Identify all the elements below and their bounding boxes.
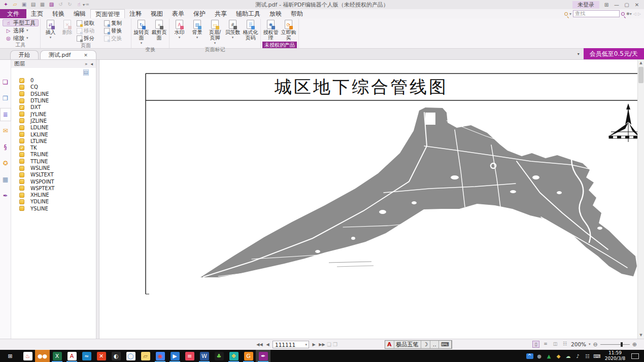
menu-item[interactable]: 保护	[189, 9, 210, 18]
menu-item[interactable]: 辅助工具	[231, 9, 265, 18]
membership-banner[interactable]: 会员低至0.5元/天	[584, 48, 644, 59]
continuous-facing-view-icon[interactable]: ☷	[561, 341, 568, 348]
window-button[interactable]: ▢	[622, 1, 632, 9]
ribbon-tool-item[interactable]: ◎ 缩放 ▾	[3, 34, 31, 42]
tray-icon[interactable]: ☁	[563, 353, 573, 359]
layer-row[interactable]: TRLINE	[11, 151, 96, 158]
taskbar-app-icon[interactable]: A	[64, 350, 79, 362]
continuous-view-icon[interactable]: ≡	[542, 341, 549, 348]
quick-access-icon[interactable]: ▱	[11, 1, 19, 8]
menu-item[interactable]: 帮助	[286, 9, 308, 18]
pin-panel-icon[interactable]: ◂	[90, 61, 93, 66]
ribbon-small-button[interactable]: 拆分	[77, 34, 102, 42]
find-previous-icon[interactable]: ◁	[633, 12, 636, 16]
ribbon-tool-item[interactable]: ☝ 手型工具 ▾	[3, 19, 39, 26]
find-next-icon[interactable]: ▷	[638, 12, 641, 16]
ribbon-button[interactable]: # 贝茨数 ▾	[224, 19, 241, 41]
facing-view-icon[interactable]: ◫	[552, 341, 559, 348]
zoom-dropdown-caret[interactable]: ▾	[589, 342, 591, 346]
layer-visibility-checkbox[interactable]	[19, 85, 24, 90]
window-button[interactable]: —	[612, 1, 622, 9]
ribbon-button[interactable]: ▭ 页眉/页脚 ▾	[207, 19, 223, 46]
previous-page-button[interactable]: ◀	[264, 342, 271, 347]
layer-visibility-checkbox[interactable]	[19, 78, 24, 83]
ribbon-small-button[interactable]: 替换	[104, 27, 129, 34]
taskbar-clock[interactable]: 11:59 2020/3/8	[602, 350, 628, 361]
taskbar-app-icon[interactable]: ◉	[153, 350, 167, 362]
menu-item[interactable]: 转换	[48, 9, 69, 18]
menu-item[interactable]: 视图	[146, 9, 167, 18]
collapse-panel-icon[interactable]: »	[85, 61, 88, 66]
document-tab[interactable]: 开始 ✕	[10, 50, 39, 59]
settings-gear-icon[interactable]: ✱▾	[626, 12, 632, 16]
tray-icon[interactable]: ◆	[554, 353, 563, 359]
layer-row[interactable]: CQ	[11, 84, 96, 90]
sidebar-panel-icon[interactable]: ✒	[1, 190, 11, 202]
ime-name[interactable]: 极品五笔	[394, 341, 421, 348]
layer-row[interactable]: WSPOINT	[11, 178, 96, 185]
ribbon-button[interactable]: ✱ 授权管理	[262, 19, 279, 41]
layer-row[interactable]: YSLINE	[11, 205, 96, 212]
layer-visibility-checkbox[interactable]	[19, 91, 24, 96]
layer-row[interactable]: DSLINE	[11, 91, 96, 97]
taskbar-app-icon[interactable]: G	[241, 350, 256, 362]
zoom-out-button[interactable]: ⊖	[593, 341, 598, 348]
taskbar-app-icon[interactable]: ♨	[20, 350, 35, 362]
quick-access-icon[interactable]: ▨	[48, 1, 55, 8]
taskbar-app-icon[interactable]: ▶	[167, 350, 182, 362]
taskbar-app-icon[interactable]: ✒	[256, 350, 270, 362]
window-button[interactable]: ✕	[632, 1, 642, 9]
layer-row[interactable]: YDLINE	[11, 198, 96, 205]
quick-access-icon[interactable]: ↺	[57, 1, 64, 8]
layer-row[interactable]: WSLINE	[11, 165, 96, 171]
ribbon-small-button[interactable]: 提取	[77, 19, 102, 27]
taskbar-app-icon[interactable]: W	[197, 350, 212, 362]
layer-row[interactable]: DXT	[11, 104, 96, 111]
document-tab[interactable]: 测试.pdf ✕	[40, 50, 96, 59]
ribbon-button[interactable]: A 水印 ▾	[171, 19, 188, 41]
ribbon-button[interactable]: ☰ 格式化页码 ▾	[242, 19, 259, 41]
layer-visibility-checkbox[interactable]	[19, 172, 24, 177]
sidebar-panel-icon[interactable]: ✪	[1, 157, 11, 169]
layer-visibility-checkbox[interactable]	[19, 132, 24, 137]
scrollbar-thumb[interactable]	[638, 67, 643, 83]
menu-item[interactable]: 放映	[265, 9, 286, 18]
menu-item[interactable]: 注释	[125, 9, 146, 18]
tab-list-caret[interactable]: ▾	[573, 52, 584, 56]
layer-visibility-checkbox[interactable]	[19, 146, 24, 151]
close-icon[interactable]: ✕	[84, 51, 88, 59]
layer-visibility-checkbox[interactable]	[19, 125, 24, 130]
layer-visibility-checkbox[interactable]	[19, 193, 24, 198]
zoom-in-button[interactable]: ⊕	[632, 341, 637, 348]
menu-item[interactable]: 编辑	[69, 9, 90, 18]
customize-toolbar-icon[interactable]: ⸱=	[85, 2, 89, 7]
layer-row[interactable]: XHLINE	[11, 192, 96, 198]
scroll-down-icon[interactable]: ▼	[638, 332, 644, 339]
taskbar-app-icon[interactable]: ✕	[94, 350, 109, 362]
sidebar-panel-icon[interactable]: ❏	[1, 76, 11, 88]
sidebar-panel-icon[interactable]: ❐	[1, 92, 11, 104]
layer-visibility-checkbox[interactable]	[19, 118, 24, 123]
zoom-level-value[interactable]: 200%	[571, 341, 586, 347]
taskbar-app-icon[interactable]: ▱	[138, 350, 153, 362]
quick-access-icon[interactable]: ▦	[39, 1, 46, 8]
quick-access-icon[interactable]: ↻	[66, 1, 74, 8]
layer-visibility-checkbox[interactable]	[19, 206, 24, 211]
tray-icon[interactable]: ^	[525, 353, 534, 359]
tray-icon[interactable]: ▲	[544, 353, 554, 359]
window-button[interactable]: ⊞	[601, 1, 612, 9]
layer-row[interactable]: LKLINE	[11, 131, 96, 137]
tray-icon[interactable]: ♪	[573, 353, 583, 359]
taskbar-app-icon[interactable]: ♣	[212, 350, 226, 362]
menu-file[interactable]: 文件	[0, 9, 26, 18]
action-center-icon[interactable]	[631, 353, 639, 359]
layer-visibility-checkbox[interactable]	[19, 98, 24, 103]
layer-visibility-checkbox[interactable]	[19, 159, 24, 164]
ribbon-tool-item[interactable]: ▷ 选择 ▾	[3, 27, 31, 34]
layer-row[interactable]: JZLINE	[11, 118, 96, 124]
next-page-button[interactable]: ▶	[311, 342, 317, 347]
ribbon-small-button[interactable]: 交换	[104, 34, 129, 42]
taskbar-app-icon[interactable]: ⊞	[0, 350, 20, 362]
layer-visibility-checkbox[interactable]	[19, 152, 24, 157]
ime-language-indicator[interactable]: A	[385, 341, 394, 348]
